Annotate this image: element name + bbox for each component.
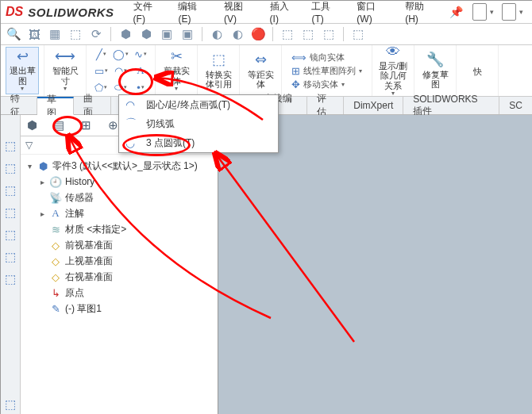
tree-sketch1-label: (-) 草图1 — [65, 302, 102, 316]
panel-tab-tree[interactable]: ⬢ — [24, 117, 40, 133]
poly-tool[interactable]: ⬠▾ — [91, 79, 110, 95]
qa-icon-2[interactable]: 🖼 — [26, 26, 42, 42]
tab-sketch[interactable]: 草图 — [37, 97, 74, 115]
tree-history[interactable]: ▸🕘 History — [21, 174, 218, 190]
tab-dimxpert[interactable]: DimXpert — [344, 97, 403, 114]
arc-threepoint-item[interactable]: ◡ 3 点圆弧(T) — [119, 133, 278, 152]
tree-front-plane[interactable]: ◇ 前视基准面 — [21, 237, 218, 253]
offset-button[interactable]: ⇔ 等距实体 — [245, 47, 276, 94]
dropdown-arrow-icon[interactable]: ▾ — [391, 90, 395, 98]
fast-button[interactable]: 快 — [461, 47, 493, 94]
qa-icon-15[interactable]: ⬚ — [321, 26, 337, 42]
feature-tree: ▾ ⬢ 零件3 (默认<<默认>_显示状态 1>) ▸🕘 History 📡 传… — [21, 155, 218, 414]
mirror-button[interactable]: ⟺镜向实体 — [291, 52, 362, 63]
qa-icon-11[interactable]: ◐ — [229, 26, 245, 42]
open-doc-dropdown[interactable]: ▾ — [519, 8, 523, 16]
tree-top-label: 上视基准面 — [65, 255, 113, 268]
qa-icon-4[interactable]: ⬚ — [67, 26, 83, 42]
panel-tab-3[interactable]: ⊞ — [78, 117, 94, 133]
tree-root[interactable]: ▾ ⬢ 零件3 (默认<<默认>_显示状态 1>) — [21, 158, 218, 174]
new-doc-icon[interactable] — [472, 3, 487, 21]
arc-tool[interactable]: ◠▾ — [111, 63, 130, 79]
smart-dim-button[interactable]: ⟷ 智能尺寸 ▾ — [49, 47, 81, 94]
qa-icon-5[interactable]: ⟳ — [88, 26, 104, 42]
dropdown-arrow-icon[interactable]: ▾ — [175, 86, 178, 93]
panel-tab-2[interactable]: ▤ — [51, 117, 67, 133]
qa-icon-13[interactable]: ⬚ — [279, 26, 295, 42]
tree-sensors[interactable]: 📡 传感器 — [21, 190, 218, 205]
dropdown-arrow-icon[interactable]: ▾ — [64, 86, 67, 93]
tree-root-label: 零件3 (默认<<默认>_显示状态 1>) — [52, 159, 198, 173]
tree-front-label: 前视基准面 — [65, 239, 113, 252]
menu-window[interactable]: 窗口(W) — [350, 0, 397, 28]
qa-icon-14[interactable]: ⬚ — [300, 26, 316, 42]
tree-origin[interactable]: ↳ 原点 — [21, 285, 218, 301]
tab-feature[interactable]: 特征 — [1, 97, 37, 114]
separator — [343, 27, 344, 41]
convert-button[interactable]: ⬚ 转换实体引用 — [202, 47, 234, 94]
qa-icon-10[interactable]: ◐ — [209, 26, 225, 42]
qa-icon-9[interactable]: ▣ — [179, 26, 195, 42]
tree-annotations[interactable]: ▸A 注解 — [21, 205, 218, 221]
anno-icon: A — [49, 207, 62, 220]
side-tool-5[interactable]: ⬚ — [3, 228, 17, 242]
side-tool-8[interactable]: ⬚ — [3, 397, 17, 412]
exit-sketch-label: 退出草图 — [6, 66, 38, 85]
qa-icon-6[interactable]: ⬢ — [118, 26, 133, 42]
side-tool-1[interactable]: ⬚ — [3, 139, 17, 153]
menu-edit[interactable]: 编辑(E) — [172, 0, 216, 28]
side-tool-7[interactable]: ⬚ — [3, 272, 17, 286]
display-rel-button[interactable]: 👁 显示/删除几何关系 ▾ — [377, 47, 409, 94]
pattern-button[interactable]: ⊞线性草图阵列▾ — [291, 65, 362, 77]
separator — [110, 27, 111, 41]
tree-top-plane[interactable]: ◇ 上视基准面 — [21, 253, 218, 269]
smart-dim-icon: ⟷ — [55, 49, 75, 65]
filter-icon[interactable]: ▽ — [25, 140, 33, 151]
tab-evaluate[interactable]: 评估 — [307, 97, 344, 114]
slot-tool[interactable]: ⬭▾ — [111, 79, 130, 95]
arc-centerpoint-item[interactable]: ◠ 圆心/起/终点画弧(T) — [119, 95, 278, 114]
dropdown-arrow-icon[interactable]: ▾ — [21, 86, 24, 93]
side-tool-2[interactable]: ⬚ — [3, 161, 17, 175]
menu-help[interactable]: 帮助(H) — [399, 0, 443, 28]
side-tool-6[interactable]: ⬚ — [3, 250, 17, 264]
menu-insert[interactable]: 插入(I) — [264, 0, 304, 28]
qa-icon-1[interactable]: 🔍 — [6, 26, 21, 42]
qa-icon-3[interactable]: ▦ — [47, 26, 63, 42]
tree-material[interactable]: ≋ 材质 <未指定> — [21, 221, 218, 237]
qa-icon-7[interactable]: ⬢ — [138, 26, 154, 42]
move-button[interactable]: ✥移动实体▾ — [291, 79, 362, 90]
centerpoint-arc-icon: ◠ — [125, 98, 140, 111]
exit-sketch-button[interactable]: ↩ 退出草图 ▾ — [6, 47, 39, 94]
line-tool[interactable]: ╱▾ — [91, 46, 110, 62]
tree-right-plane[interactable]: ◇ 右视基准面 — [21, 269, 218, 285]
convert-icon: ⬚ — [212, 52, 226, 68]
circle-tool[interactable]: ◯▾ — [111, 46, 130, 62]
tab-sw-addins[interactable]: SOLIDWORKS 插件 — [403, 97, 499, 114]
qa-icon-8[interactable]: ▣ — [159, 26, 175, 42]
collapse-icon[interactable]: ▾ — [25, 162, 33, 171]
repair-button[interactable]: 🔧 修复草图 — [419, 47, 451, 94]
menu-file[interactable]: 文件(F) — [127, 0, 171, 28]
tree-sketch1[interactable]: ✎ (-) 草图1 — [21, 301, 218, 316]
pin-icon[interactable]: 📌 — [445, 6, 468, 18]
new-doc-dropdown[interactable]: ▾ — [490, 8, 494, 16]
tab-surface[interactable]: 曲面 — [74, 97, 110, 114]
graphics-canvas[interactable] — [218, 115, 532, 414]
rect-tool[interactable]: ▭▾ — [91, 63, 110, 79]
menu-tools[interactable]: 工具(T) — [305, 0, 349, 28]
text-tool[interactable]: A — [131, 63, 150, 79]
spline-tool[interactable]: ∿▾ — [131, 46, 150, 62]
point-tool[interactable]: •▾ — [131, 79, 150, 95]
tab-extra[interactable]: SC — [499, 97, 532, 114]
qa-icon-12[interactable]: 🔴 — [250, 26, 266, 42]
arc-tangent-item[interactable]: ⌒ 切线弧 — [119, 114, 278, 133]
menu-view[interactable]: 视图(V) — [218, 0, 262, 28]
trim-button[interactable]: ✂ 剪裁实体 ▾ — [160, 47, 192, 94]
trim-icon: ✂ — [171, 49, 183, 65]
qa-icon-16[interactable]: ⬚ — [350, 26, 366, 42]
open-doc-icon[interactable] — [502, 3, 516, 21]
side-tool-4[interactable]: ⬚ — [3, 205, 17, 220]
offset-label: 等距实体 — [245, 70, 276, 89]
side-tool-3[interactable]: ⬚ — [3, 183, 17, 197]
